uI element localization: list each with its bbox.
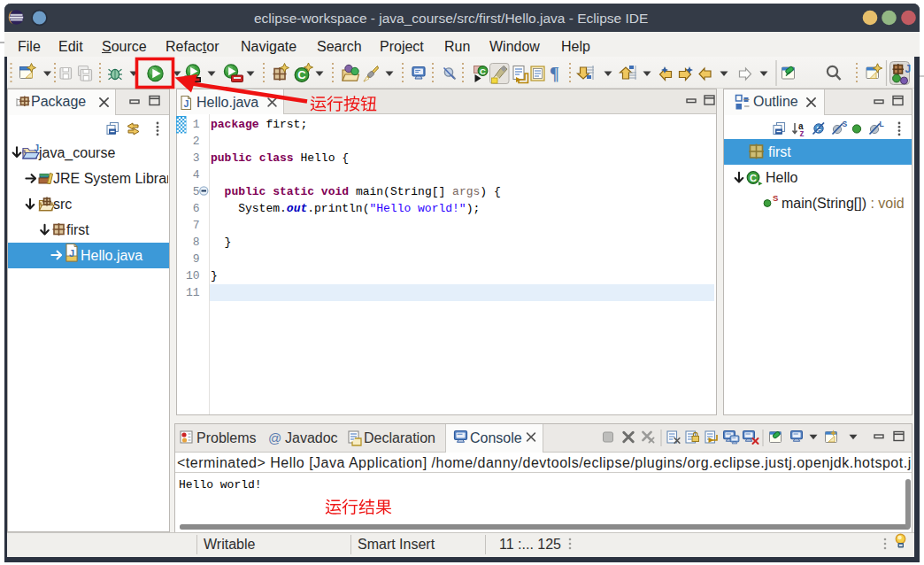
svg-text:C: C bbox=[480, 66, 486, 76]
svg-text:J: J bbox=[35, 143, 40, 153]
svg-text:J: J bbox=[905, 63, 912, 75]
svg-text:C: C bbox=[297, 68, 306, 81]
svg-text:S: S bbox=[843, 120, 848, 128]
svg-text:S: S bbox=[773, 193, 778, 203]
svg-text:L: L bbox=[880, 120, 884, 128]
svg-text:@: @ bbox=[268, 430, 281, 445]
svg-text:¶: ¶ bbox=[550, 64, 559, 83]
svg-text:z: z bbox=[800, 128, 805, 138]
svg-text:J: J bbox=[69, 248, 74, 259]
svg-text:J: J bbox=[184, 98, 189, 109]
svg-text:C: C bbox=[750, 173, 757, 183]
